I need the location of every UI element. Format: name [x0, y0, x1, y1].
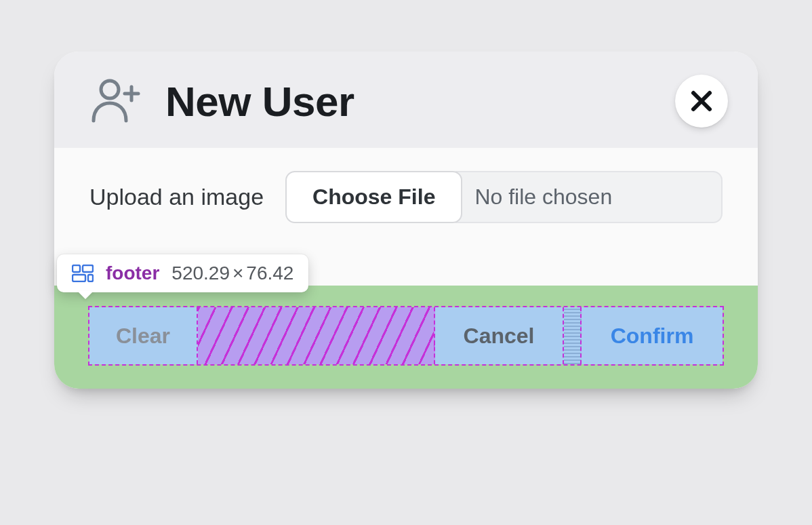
devtools-inspector-tooltip: footer 520.29×76.42	[57, 254, 308, 292]
svg-rect-7	[73, 275, 85, 281]
upload-row: Upload an image Choose File No file chos…	[89, 171, 723, 223]
svg-rect-8	[88, 275, 93, 281]
flex-layout-icon	[72, 265, 94, 282]
dialog-title: New User	[165, 77, 354, 125]
user-plus-icon	[89, 77, 142, 125]
dialog-header: New User	[54, 52, 758, 148]
choose-file-button[interactable]: Choose File	[285, 171, 462, 223]
close-icon	[690, 90, 713, 113]
upload-label: Upload an image	[89, 184, 264, 210]
cancel-button-label: Cancel	[464, 324, 535, 349]
svg-point-0	[101, 81, 119, 98]
new-user-dialog: New User Upload an image Choose File No …	[54, 52, 758, 389]
dialog-footer: Clear Cancel Confirm	[54, 286, 758, 389]
svg-rect-6	[83, 265, 93, 272]
footer-flex-track: Clear Cancel Confirm	[88, 306, 724, 366]
cancel-button[interactable]: Cancel	[435, 307, 564, 364]
inspector-times: ×	[230, 262, 246, 284]
flex-margin-region	[564, 307, 582, 364]
confirm-button[interactable]: Confirm	[582, 307, 723, 364]
flex-gap-region	[198, 307, 435, 364]
file-picker: Choose File No file chosen	[285, 171, 723, 223]
clear-button-label: Clear	[116, 324, 170, 349]
dialog-header-left: New User	[89, 77, 354, 125]
svg-rect-5	[73, 265, 80, 272]
close-button[interactable]	[675, 75, 728, 128]
clear-button[interactable]: Clear	[89, 307, 198, 364]
inspector-width: 520.29	[171, 262, 230, 284]
inspector-element-tag: footer	[106, 262, 159, 284]
inspector-height: 76.42	[246, 262, 293, 284]
inspector-dimensions: 520.29×76.42	[171, 262, 293, 284]
confirm-button-label: Confirm	[611, 324, 694, 349]
file-status-text: No file chosen	[455, 171, 723, 223]
